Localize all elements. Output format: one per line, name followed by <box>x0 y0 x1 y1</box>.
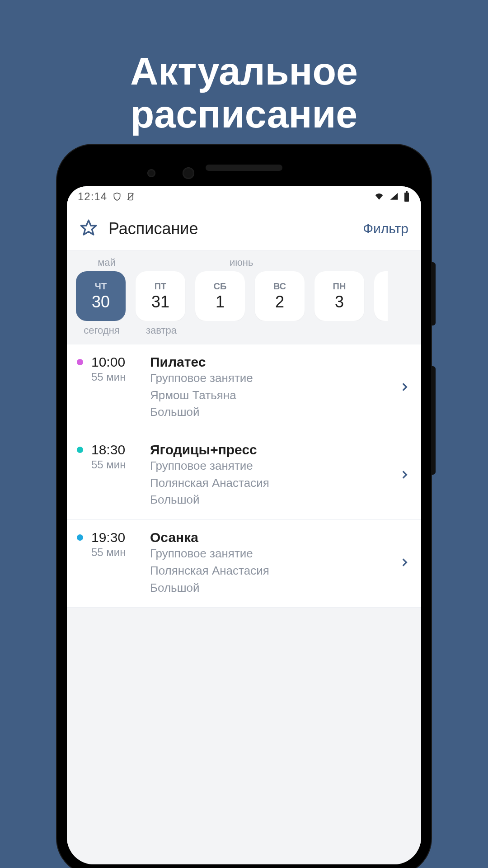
day-number: 3 <box>335 292 344 311</box>
day-cell-3[interactable]: ПН 3 <box>314 271 364 321</box>
no-sim-icon <box>126 192 135 202</box>
promo-title: Актуальное расписание <box>0 0 488 135</box>
time-column: 19:30 55 мин <box>91 530 142 559</box>
filter-button[interactable]: Фильтр <box>363 221 408 236</box>
day-cell-30[interactable]: ЧТ 30 <box>76 271 126 321</box>
screen: 12:14 <box>67 186 421 864</box>
calendar-days[interactable]: ЧТ 30 ПТ 31 СБ 1 ВС 2 <box>71 271 417 321</box>
time-column: 10:00 55 мин <box>91 354 142 383</box>
day-of-week: ПН <box>333 281 346 292</box>
phone-frame: 12:14 <box>57 145 431 868</box>
day-number: 30 <box>92 292 110 311</box>
day-of-week: ПТ <box>155 281 167 292</box>
category-dot-icon <box>77 534 83 541</box>
class-room: Большой <box>150 404 392 421</box>
class-trainer: Ярмош Татьяна <box>150 387 392 404</box>
promo-line2: расписание <box>131 92 357 136</box>
battery-icon <box>403 191 410 202</box>
day-of-week: ВС <box>273 281 286 292</box>
day-number: 1 <box>216 292 225 311</box>
favorites-star-icon[interactable] <box>80 219 98 239</box>
day-cell-next[interactable] <box>374 271 388 321</box>
app-bar: Расписание Фильтр <box>67 207 421 250</box>
phone-inner: 12:14 <box>67 155 421 864</box>
class-row[interactable]: 10:00 55 мин Пилатес Групповое занятие Я… <box>67 344 421 432</box>
day-of-week: СБ <box>214 281 227 292</box>
class-time: 10:00 <box>91 354 142 370</box>
class-room: Большой <box>150 580 392 597</box>
statusbar-time: 12:14 <box>78 190 107 203</box>
class-type: Групповое занятие <box>150 545 392 562</box>
shield-icon <box>113 192 122 202</box>
phone-side-button <box>431 366 436 475</box>
phone-camera <box>147 169 155 177</box>
class-row[interactable]: 19:30 55 мин Осанка Групповое занятие По… <box>67 520 421 608</box>
status-bar: 12:14 <box>67 186 421 207</box>
phone-side-button <box>431 262 436 326</box>
promo-line1: Актуальное <box>130 49 358 93</box>
chevron-right-icon <box>400 467 411 484</box>
info-column: Осанка Групповое занятие Полянская Анаст… <box>150 530 392 596</box>
day-label-tomorrow: завтра <box>136 325 186 336</box>
class-type: Групповое занятие <box>150 370 392 387</box>
class-type: Групповое занятие <box>150 458 392 475</box>
calendar-month-june: июнь <box>136 257 411 269</box>
class-list: 10:00 55 мин Пилатес Групповое занятие Я… <box>67 344 421 608</box>
day-number: 2 <box>275 292 284 311</box>
class-room: Большой <box>150 491 392 509</box>
class-time: 18:30 <box>91 442 142 458</box>
signal-icon <box>389 192 399 201</box>
chevron-right-icon <box>400 555 411 571</box>
category-dot-icon <box>77 359 83 365</box>
class-duration: 55 мин <box>91 458 142 471</box>
page-title: Расписание <box>108 219 352 238</box>
class-name: Ягодицы+пресс <box>150 442 392 458</box>
class-duration: 55 мин <box>91 546 142 559</box>
class-row[interactable]: 18:30 55 мин Ягодицы+пресс Групповое зан… <box>67 432 421 520</box>
day-of-week: ЧТ <box>95 281 107 292</box>
chevron-right-icon <box>400 380 411 396</box>
svg-rect-3 <box>406 191 408 193</box>
class-name: Пилатес <box>150 354 392 370</box>
info-column: Пилатес Групповое занятие Ярмош Татьяна … <box>150 354 392 421</box>
day-cell-31[interactable]: ПТ 31 <box>136 271 185 321</box>
class-time: 19:30 <box>91 530 142 545</box>
class-trainer: Полянская Анастасия <box>150 562 392 580</box>
day-cell-1[interactable]: СБ 1 <box>195 271 245 321</box>
class-trainer: Полянская Анастасия <box>150 475 392 492</box>
category-dot-icon <box>77 447 83 453</box>
calendar-strip: май июнь ЧТ 30 ПТ 31 СБ 1 <box>67 250 421 344</box>
time-column: 18:30 55 мин <box>91 442 142 471</box>
day-label-today: сегодня <box>77 325 127 336</box>
svg-rect-2 <box>404 193 409 202</box>
calendar-month-may: май <box>77 257 136 269</box>
list-end-spacer <box>67 608 421 864</box>
class-name: Осанка <box>150 530 392 545</box>
class-duration: 55 мин <box>91 371 142 383</box>
svg-marker-4 <box>81 220 96 235</box>
info-column: Ягодицы+пресс Групповое занятие Полянска… <box>150 442 392 509</box>
phone-camera <box>183 167 194 179</box>
day-number: 31 <box>151 292 169 311</box>
phone-speaker <box>206 165 282 171</box>
day-cell-2[interactable]: ВС 2 <box>255 271 305 321</box>
wifi-icon <box>373 192 385 201</box>
